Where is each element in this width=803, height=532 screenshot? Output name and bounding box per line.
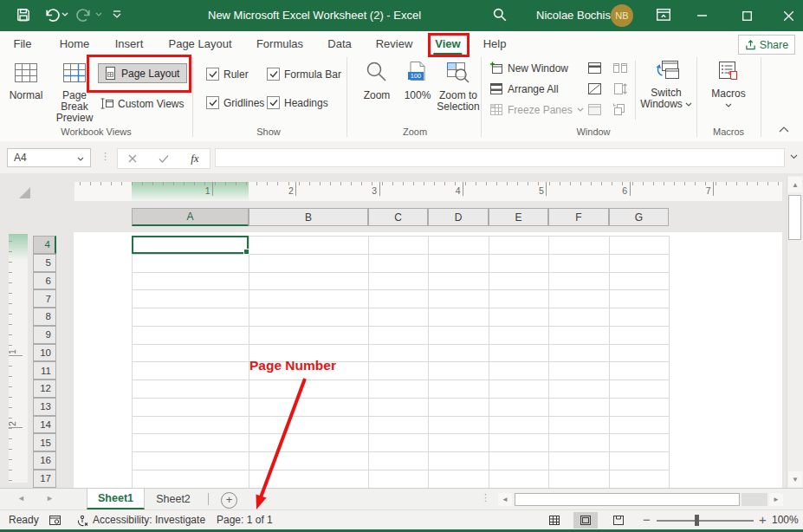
new-window-button[interactable]: New Window [489, 62, 568, 75]
checkbox-checked-icon [206, 68, 219, 81]
chevron-up-icon [779, 127, 789, 133]
accessibility-status[interactable]: Accessibility: Investigate [93, 514, 205, 526]
undo-dropdown-icon[interactable] [62, 12, 68, 16]
enter-entry-icon[interactable] [159, 154, 169, 163]
zoom-out-button[interactable]: − [643, 512, 651, 527]
sheet-nav-left-icon[interactable]: ◄ [17, 494, 25, 503]
page-layout-view-shortcut[interactable] [573, 512, 598, 529]
zoom-button[interactable]: Zoom [357, 61, 397, 101]
switch-windows-button[interactable]: Switch Windows [639, 60, 693, 110]
close-button[interactable] [776, 11, 800, 21]
share-label: Share [760, 39, 788, 51]
tab-review[interactable]: Review [374, 35, 415, 53]
ruler-checkbox[interactable]: Ruler [206, 68, 249, 81]
cancel-entry-icon[interactable] [128, 154, 137, 163]
customize-quick-access-icon[interactable] [113, 10, 121, 18]
chevron-down-icon[interactable] [77, 157, 84, 161]
fill-handle[interactable] [243, 249, 249, 255]
window-title: New Microsoft Excel Worksheet (2) - Exce… [208, 9, 421, 22]
group-divider [346, 57, 347, 137]
formula-bar-row: A4 ⋮ fx [0, 141, 803, 174]
sheet-nav-right-icon[interactable]: ► [46, 494, 54, 503]
normal-view-button[interactable]: Normal [5, 61, 47, 101]
unhide-window-button[interactable] [587, 103, 602, 116]
share-button[interactable]: Share [738, 35, 795, 55]
search-icon[interactable] [492, 7, 508, 23]
tab-formulas[interactable]: Formulas [255, 35, 305, 53]
scroll-down-icon[interactable]: ▼ [788, 471, 802, 487]
undo-button[interactable] [43, 7, 60, 23]
macros-icon [716, 61, 741, 84]
tab-home[interactable]: Home [58, 35, 92, 53]
synchronous-scrolling-button[interactable] [612, 82, 628, 95]
headings-label: Headings [284, 97, 328, 109]
normal-view-icon [13, 61, 39, 85]
minimize-button[interactable] [690, 15, 714, 16]
insert-function-button[interactable]: fx [191, 152, 198, 165]
ribbon-display-options-icon[interactable] [656, 8, 671, 23]
sheet-tab-divider [208, 493, 209, 505]
formula-bar-checkbox[interactable]: Formula Bar [267, 68, 341, 81]
selected-cell-A4[interactable] [132, 236, 249, 254]
headings-checkbox[interactable]: Headings [267, 96, 328, 109]
collapse-ribbon-button[interactable] [779, 127, 789, 133]
namebox-splitter-icon[interactable]: ⋮ [100, 151, 110, 162]
name-box[interactable]: A4 [7, 148, 91, 167]
custom-views-button[interactable]: Custom Views [100, 97, 184, 110]
zoom-in-button[interactable]: + [759, 512, 767, 527]
tab-file[interactable]: File [12, 35, 34, 53]
reset-window-position-button[interactable] [612, 103, 628, 116]
scroll-up-icon[interactable]: ▲ [788, 177, 802, 192]
formula-input[interactable] [215, 148, 785, 167]
zoom-slider-track[interactable] [657, 520, 754, 522]
tab-insert[interactable]: Insert [113, 35, 146, 53]
chevron-down-icon [685, 102, 692, 107]
hscroll-right-icon[interactable]: ► [769, 493, 783, 506]
macros-button[interactable]: Macros [707, 61, 750, 107]
split-button[interactable] [587, 62, 602, 75]
vertical-scrollbar[interactable]: ▲ ▼ [787, 176, 803, 488]
zoom-100-button[interactable]: 100 100% [398, 61, 437, 101]
macros-group-label: Macros [713, 127, 744, 137]
tab-data[interactable]: Data [326, 35, 353, 53]
vertical-scroll-thumb[interactable] [788, 195, 801, 240]
view-side-by-side-button[interactable] [612, 62, 628, 75]
save-icon[interactable] [16, 7, 31, 23]
ribbon-tab-row: FileHomeInsertPage LayoutFormulasDataRev… [0, 31, 803, 55]
user-name[interactable]: Nicolae Bochis [536, 9, 611, 22]
arrange-all-button[interactable]: Arrange All [489, 82, 559, 95]
tab-scroll-splitter-icon[interactable]: ⋮ [481, 492, 490, 503]
zoom-level[interactable]: 100% [772, 514, 799, 526]
hscroll-left-icon[interactable]: ◄ [498, 493, 512, 506]
normal-view-shortcut[interactable] [542, 512, 567, 529]
horizontal-scroll-thumb[interactable] [515, 493, 740, 506]
accessibility-icon[interactable] [76, 515, 89, 527]
hide-window-button[interactable] [587, 82, 602, 95]
new-sheet-button[interactable]: + [221, 492, 237, 509]
ready-status: Ready [9, 514, 39, 526]
checkbox-checked-icon [267, 68, 280, 81]
redo-button[interactable] [76, 7, 93, 23]
macro-record-icon[interactable] [49, 515, 62, 526]
annotation-page-number-label: Page Number [249, 358, 336, 373]
redo-dropdown-icon[interactable] [95, 12, 102, 16]
horizontal-scroll-track[interactable] [741, 493, 767, 506]
sheet-tab-bar: ◄ ► Sheet1Sheet2 + ⋮ ◄ ► [0, 488, 803, 510]
switch-windows-icon [652, 60, 680, 83]
gridlines-checkbox[interactable]: Gridlines [206, 96, 264, 109]
zoom-to-selection-button[interactable]: Zoom to Selection [437, 61, 480, 113]
expand-formula-bar-button[interactable] [790, 154, 798, 159]
page-break-preview-shortcut[interactable] [606, 512, 631, 529]
sheet-tab-sheet2[interactable]: Sheet2 [145, 489, 202, 509]
avatar[interactable]: NB [611, 4, 633, 27]
freeze-panes-button[interactable]: Freeze Panes [489, 103, 584, 116]
macros-label: Macros [711, 88, 745, 100]
chevron-down-icon [577, 107, 584, 112]
tab-help[interactable]: Help [482, 35, 508, 53]
page-break-preview-label: Page Break [49, 90, 100, 113]
title-bar: New Microsoft Excel Worksheet (2) - Exce… [0, 0, 803, 31]
sheet-tab-sheet1[interactable]: Sheet1 [87, 489, 145, 509]
zoom-slider-thumb[interactable] [695, 515, 699, 526]
tab-page-layout[interactable]: Page Layout [166, 35, 233, 53]
maximize-button[interactable] [735, 11, 759, 21]
